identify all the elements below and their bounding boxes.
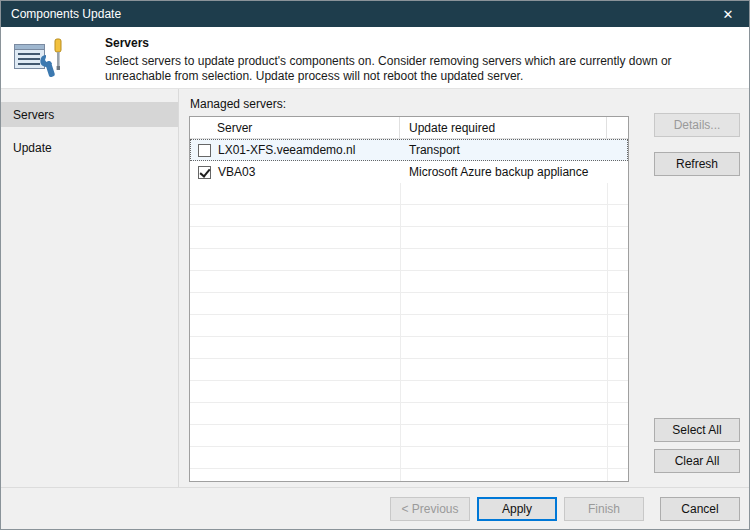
table-row[interactable]: VBA03 Microsoft Azure backup appliance xyxy=(190,161,628,183)
page-title: Servers xyxy=(105,36,715,50)
details-button[interactable]: Details... xyxy=(654,113,740,137)
row-checkbox-unchecked[interactable] xyxy=(198,144,211,157)
previous-button[interactable]: < Previous xyxy=(390,497,470,521)
sidebar-item-update[interactable]: Update xyxy=(1,135,178,160)
column-divider xyxy=(400,139,401,481)
dialog-footer: < Previous Apply Finish Cancel xyxy=(1,487,749,529)
row-checkbox-checked[interactable] xyxy=(198,166,211,179)
clear-all-button[interactable]: Clear All xyxy=(654,449,740,473)
wizard-steps-sidebar: Servers Update xyxy=(1,89,179,487)
page-description: Select servers to update product's compo… xyxy=(105,54,715,84)
managed-servers-list: Server Update required LX01-XFS.veeamdem… xyxy=(189,116,629,482)
update-required-cell: Microsoft Azure backup appliance xyxy=(400,165,607,179)
list-header: Server Update required xyxy=(190,117,628,139)
managed-servers-label: Managed servers: xyxy=(190,97,629,111)
column-header-server[interactable]: Server xyxy=(190,117,400,138)
list-actions: Details... Refresh Select All Clear All xyxy=(629,95,749,487)
finish-button[interactable]: Finish xyxy=(564,497,644,521)
window-title: Components Update xyxy=(1,7,121,21)
list-body: LX01-XFS.veeamdemo.nl Transport VBA03 Mi… xyxy=(190,139,628,481)
wizard-header: Servers Select servers to update product… xyxy=(1,27,749,89)
cancel-button[interactable]: Cancel xyxy=(660,497,740,521)
select-all-button[interactable]: Select All xyxy=(654,418,740,442)
server-name-cell: VBA03 xyxy=(218,165,255,179)
titlebar: Components Update ✕ xyxy=(1,1,749,27)
table-row[interactable]: LX01-XFS.veeamdemo.nl Transport xyxy=(190,139,628,161)
sidebar-item-label: Update xyxy=(13,141,52,155)
components-update-icon xyxy=(13,37,67,88)
apply-button[interactable]: Apply xyxy=(477,497,557,521)
update-required-cell: Transport xyxy=(400,143,607,157)
close-icon[interactable]: ✕ xyxy=(707,1,749,27)
column-header-empty xyxy=(607,117,628,138)
refresh-button[interactable]: Refresh xyxy=(654,152,740,176)
sidebar-item-label: Servers xyxy=(13,108,54,122)
server-name-cell: LX01-XFS.veeamdemo.nl xyxy=(218,143,355,157)
components-update-dialog: Components Update ✕ Servers Select serve… xyxy=(0,0,750,530)
sidebar-item-servers[interactable]: Servers xyxy=(1,102,178,127)
column-header-update-required[interactable]: Update required xyxy=(400,117,607,138)
column-divider xyxy=(607,139,608,481)
